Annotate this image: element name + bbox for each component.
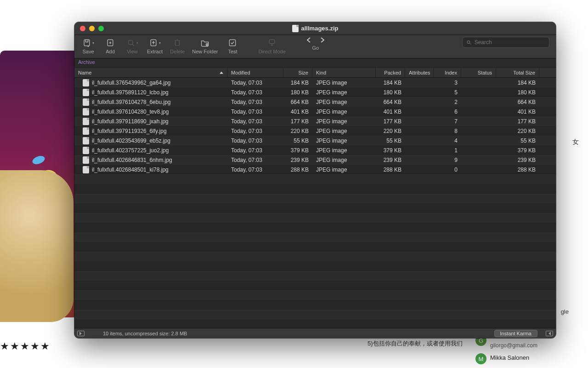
bird-icon: [31, 155, 46, 166]
file-kind: JPEG image: [312, 147, 376, 154]
add-label: Add: [106, 49, 115, 54]
file-modified: Today, 07:03: [227, 80, 283, 86]
new-folder-button[interactable]: New Folder: [189, 37, 220, 55]
file-icon: [83, 79, 89, 86]
preview-toggle-icon[interactable]: [77, 331, 85, 336]
file-size: 177 KB: [283, 118, 312, 125]
file-list[interactable]: il_fullxfull.3765439962_ga64.jpgToday, 0…: [74, 78, 556, 328]
file-size: 55 KB: [283, 138, 312, 144]
save-label: Save: [82, 49, 94, 54]
file-icon: [83, 147, 89, 154]
file-modified: Today, 07:03: [227, 99, 283, 105]
file-kind: JPEG image: [312, 167, 376, 173]
file-packed: 288 KB: [376, 167, 405, 173]
view-button[interactable]: ▾ View: [122, 37, 142, 55]
file-modified: Today, 07:03: [227, 157, 283, 163]
file-index: 8: [434, 128, 461, 134]
file-packed: 220 KB: [376, 128, 405, 134]
column-header-name[interactable]: Name: [74, 68, 227, 77]
table-row[interactable]: il_fullxfull.3976104280_tev8.jpgToday, 0…: [74, 107, 556, 116]
toolbar: ▾ Save Add ▾ View ▾ Extract Delete New F…: [74, 35, 556, 58]
table-row[interactable]: il_fullxfull.3979118690_jxah.jpgToday, 0…: [74, 116, 556, 126]
search-field[interactable]: [462, 37, 549, 48]
table-row[interactable]: il_fullxfull.3976104278_6ebu.jpgToday, 0…: [74, 97, 556, 107]
table-row[interactable]: il_fullxfull.4023543699_eb5z.jpgToday, 0…: [74, 136, 556, 145]
file-total: 177 KB: [496, 118, 539, 125]
direct-mode-label: Direct Mode: [258, 49, 285, 54]
file-size: 664 KB: [283, 99, 312, 105]
file-icon: [83, 89, 89, 96]
background-giraffe-plush: [0, 170, 74, 322]
minimize-window-button[interactable]: [89, 26, 95, 31]
add-button[interactable]: Add: [100, 37, 120, 55]
file-size: 220 KB: [283, 128, 312, 134]
file-kind: JPEG image: [312, 138, 376, 144]
file-name: il_fullxfull.3976104280_tev8.jpg: [92, 109, 169, 115]
file-name: il_fullxfull.3976104278_6ebu.jpg: [92, 99, 170, 105]
svg-rect-0: [84, 40, 90, 46]
instant-karma-button[interactable]: Instant Karma: [494, 330, 537, 337]
file-icon: [83, 98, 89, 106]
direct-mode-button[interactable]: Direct Mode: [255, 37, 288, 55]
file-packed: 379 KB: [376, 147, 405, 154]
source-path-bar[interactable]: Archive: [74, 58, 556, 68]
table-row[interactable]: il_fullxfull.4023757225_juo2.jpgToday, 0…: [74, 145, 556, 155]
file-index: 0: [434, 167, 461, 173]
sidebar-toggle-icon[interactable]: [546, 331, 553, 336]
nav-back-button[interactable]: [306, 37, 311, 44]
file-total: 180 KB: [496, 89, 539, 96]
titlebar[interactable]: allImages.zip: [74, 22, 556, 35]
test-button[interactable]: Test: [222, 37, 243, 55]
extract-label: Extract: [147, 49, 163, 54]
file-size: 401 KB: [283, 109, 312, 115]
background-footer-text: 5)包括你自己的奉献，或者使用我们: [368, 339, 463, 348]
file-index: 7: [434, 118, 461, 125]
nav-forward-button[interactable]: [320, 37, 325, 44]
avatar: M: [475, 353, 486, 364]
table-row[interactable]: il_fullxfull.3765439962_ga64.jpgToday, 0…: [74, 78, 556, 87]
file-index: 9: [434, 157, 461, 163]
file-size: 184 KB: [283, 80, 312, 86]
search-input[interactable]: [475, 39, 545, 46]
file-packed: 664 KB: [376, 99, 405, 105]
svg-rect-7: [269, 40, 275, 43]
new-folder-label: New Folder: [192, 49, 218, 54]
column-header-index[interactable]: Index: [434, 68, 461, 77]
column-header-modified[interactable]: Modified: [227, 68, 283, 77]
window-title-label: allImages.zip: [301, 25, 339, 32]
file-size: 239 KB: [283, 157, 312, 163]
delete-label: Delete: [170, 49, 185, 54]
file-kind: JPEG image: [312, 80, 376, 86]
file-total: 55 KB: [496, 138, 539, 144]
archive-file-icon: [292, 25, 299, 32]
file-total: 379 KB: [496, 147, 539, 154]
zoom-window-button[interactable]: [98, 26, 104, 31]
file-index: 5: [434, 89, 461, 96]
status-summary: 10 items, uncompressed size: 2.8 MB: [103, 331, 187, 336]
table-row[interactable]: il_fullxfull.4026848501_ki78.jpgToday, 0…: [74, 165, 556, 174]
file-index: 1: [434, 147, 461, 154]
file-packed: 401 KB: [376, 109, 405, 115]
file-modified: Today, 07:03: [227, 128, 283, 134]
column-header-total[interactable]: Total Size: [496, 68, 539, 77]
column-header-packed[interactable]: Packed: [376, 68, 405, 77]
table-row[interactable]: il_fullxfull.4026846831_6nhm.jpgToday, 0…: [74, 155, 556, 165]
file-name: il_fullxfull.4026848501_ki78.jpg: [92, 167, 169, 173]
column-header-status[interactable]: Status: [461, 68, 496, 77]
file-total: 664 KB: [496, 99, 539, 105]
table-row[interactable]: il_fullxfull.3979119326_6lfy.jpgToday, 0…: [74, 126, 556, 136]
column-header-attributes[interactable]: Attributes: [405, 68, 434, 77]
file-modified: Today, 07:03: [227, 147, 283, 154]
column-header-size[interactable]: Size: [283, 68, 312, 77]
test-label: Test: [228, 49, 237, 54]
file-icon: [83, 118, 89, 125]
file-modified: Today, 07:03: [227, 118, 283, 125]
file-index: 2: [434, 99, 461, 105]
close-window-button[interactable]: [80, 26, 85, 31]
extract-button[interactable]: ▾ Extract: [144, 37, 165, 55]
table-row[interactable]: il_fullxfull.3975891120_lcbo.jpgToday, 0…: [74, 87, 556, 97]
delete-button[interactable]: Delete: [167, 37, 187, 55]
column-header-kind[interactable]: Kind: [312, 68, 376, 77]
file-icon: [83, 156, 89, 164]
save-button[interactable]: ▾ Save: [78, 37, 98, 55]
